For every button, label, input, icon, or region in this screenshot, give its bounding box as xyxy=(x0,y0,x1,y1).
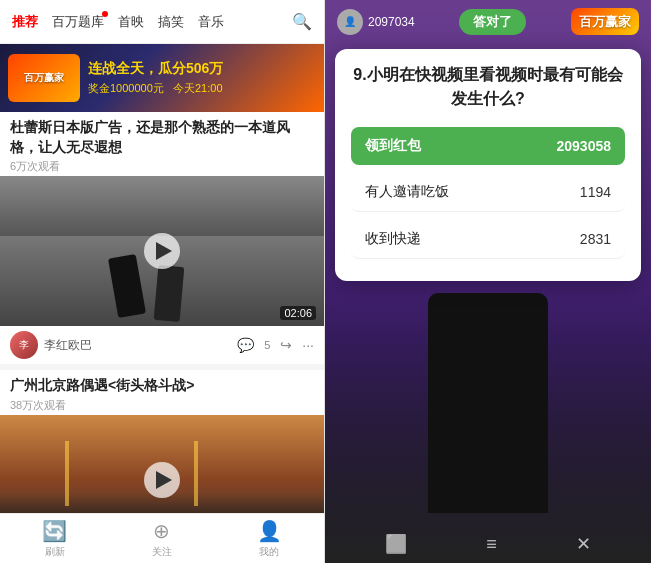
play-triangle-icon2 xyxy=(156,471,172,489)
play-triangle-icon xyxy=(156,242,172,260)
figure2 xyxy=(153,265,184,322)
top-nav: 推荐 百万题库 首映 搞笑 音乐 🔍 xyxy=(0,0,324,44)
video2-title: 广州北京路偶遇<街头格斗战> xyxy=(10,376,314,396)
comment-icon[interactable]: 💬 xyxy=(237,337,254,353)
follow-label: 关注 xyxy=(152,545,172,559)
video1-title-bar: 杜蕾斯日本版广告，还是那个熟悉的一本道风格，让人无尽遐想 6万次观看 xyxy=(0,112,324,176)
play-button1[interactable] xyxy=(144,233,180,269)
quiz-option-2-count: 1194 xyxy=(580,184,611,200)
bottom-nav: 🔄 刷新 ⊕ 关注 👤 我的 xyxy=(0,513,324,563)
nav-item-music[interactable]: 音乐 xyxy=(192,9,230,35)
left-panel: 推荐 百万题库 首映 搞笑 音乐 🔍 百万赢家 连战全天，瓜分506万 奖金10… xyxy=(0,0,325,563)
light-beam1 xyxy=(65,441,69,506)
quiz-option-3[interactable]: 收到快递 2831 xyxy=(351,220,625,259)
quiz-top-bar: 👤 2097034 答对了 百万赢家 xyxy=(325,0,651,43)
video-section: 杜蕾斯日本版广告，还是那个熟悉的一本道风格，让人无尽遐想 6万次观看 02:06… xyxy=(0,112,324,513)
quiz-bottom-bar: ⬜ ≡ ✕ xyxy=(325,533,651,555)
refresh-icon: 🔄 xyxy=(42,519,67,543)
video1-views: 6万次观看 xyxy=(10,159,314,174)
quiz-card: 9.小明在快视频里看视频时最有可能会发生什么? 领到红包 2093058 有人邀… xyxy=(335,49,641,281)
user-avatar: 👤 xyxy=(337,9,363,35)
nav-item-funny[interactable]: 搞笑 xyxy=(152,9,190,35)
quiz-logo-text: 百万赢家 xyxy=(579,14,631,29)
light-beam2 xyxy=(194,441,198,506)
user-id: 2097034 xyxy=(368,15,415,29)
banner-subtitle: 奖金1000000元 今天21:00 xyxy=(88,81,324,96)
profile-label: 我的 xyxy=(259,545,279,559)
video2-views: 38万次观看 xyxy=(10,398,314,413)
author-avatar1: 李 xyxy=(10,331,38,359)
follow-icon: ⊕ xyxy=(153,519,170,543)
bottom-nav-refresh[interactable]: 🔄 刷新 xyxy=(42,519,67,559)
close-icon[interactable]: ✕ xyxy=(576,533,591,555)
video1-duration: 02:06 xyxy=(280,306,316,320)
quiz-option-1[interactable]: 领到红包 2093058 xyxy=(351,127,625,165)
quiz-overlay: 👤 2097034 答对了 百万赢家 9.小明在快视频里看视频时最有可能会发生什… xyxy=(325,0,651,563)
quiz-logo-container: 百万赢家 xyxy=(571,8,639,35)
bottom-nav-follow[interactable]: ⊕ 关注 xyxy=(152,519,172,559)
right-panel: 👤 2097034 答对了 百万赢家 9.小明在快视频里看视频时最有可能会发生什… xyxy=(325,0,651,563)
quiz-option-1-text: 领到红包 xyxy=(365,137,421,155)
refresh-label: 刷新 xyxy=(45,545,65,559)
profile-icon: 👤 xyxy=(257,519,282,543)
banner-content: 连战全天，瓜分506万 奖金1000000元 今天21:00 xyxy=(88,60,324,96)
video1-author-row: 李 李红欧巴 💬 5 ↪ ··· xyxy=(0,326,324,364)
correct-badge: 答对了 xyxy=(459,9,526,35)
user-info: 👤 2097034 xyxy=(337,9,415,35)
screen-icon[interactable]: ⬜ xyxy=(385,533,407,555)
action-icons1: 💬 5 ↪ ··· xyxy=(237,337,314,353)
comment-count: 5 xyxy=(264,339,270,351)
search-icon[interactable]: 🔍 xyxy=(286,8,318,35)
author-name1: 李红欧巴 xyxy=(44,337,231,354)
nav-item-quiz[interactable]: 百万题库 xyxy=(46,9,110,35)
video1-title: 杜蕾斯日本版广告，还是那个熟悉的一本道风格，让人无尽遐想 xyxy=(10,118,314,157)
nav-item-recommend[interactable]: 推荐 xyxy=(6,9,44,35)
banner[interactable]: 百万赢家 连战全天，瓜分506万 奖金1000000元 今天21:00 xyxy=(0,44,324,112)
bottom-nav-profile[interactable]: 👤 我的 xyxy=(257,519,282,559)
banner-title: 连战全天，瓜分506万 xyxy=(88,60,324,78)
video2-title-bar: 广州北京路偶遇<街头格斗战> 38万次观看 xyxy=(0,370,324,415)
quiz-option-3-text: 收到快递 xyxy=(365,230,421,248)
quiz-option-3-count: 2831 xyxy=(580,231,611,247)
nav-item-premiere[interactable]: 首映 xyxy=(112,9,150,35)
quiz-option-2-text: 有人邀请吃饭 xyxy=(365,183,449,201)
video1-thumb[interactable]: 02:06 xyxy=(0,176,324,326)
badge-dot xyxy=(102,11,108,17)
more-icon[interactable]: ··· xyxy=(302,337,314,353)
list-icon[interactable]: ≡ xyxy=(486,534,497,555)
video2-thumb[interactable]: 00:20 xyxy=(0,415,324,513)
banner-logo: 百万赢家 xyxy=(8,54,80,102)
quiz-option-2[interactable]: 有人邀请吃饭 1194 xyxy=(351,173,625,212)
share-icon[interactable]: ↪ xyxy=(280,337,292,353)
play-button2[interactable] xyxy=(144,462,180,498)
quiz-question: 9.小明在快视频里看视频时最有可能会发生什么? xyxy=(351,63,625,111)
quiz-option-1-count: 2093058 xyxy=(556,138,611,154)
